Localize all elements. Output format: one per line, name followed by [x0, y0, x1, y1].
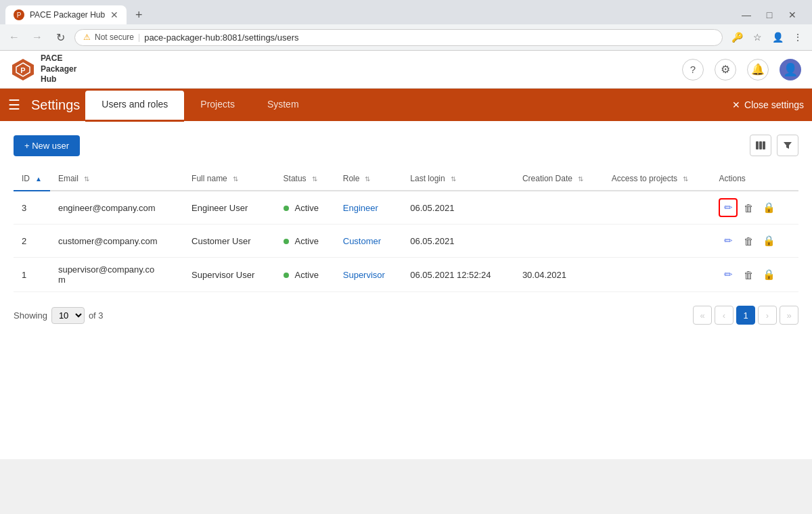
table-body: 3 engineer@company.com Engineer User Act…: [14, 191, 798, 292]
url-text: pace-packager-hub:8081/settings/users: [144, 32, 714, 43]
col-header-last-login[interactable]: Last login ⇅: [402, 167, 514, 191]
showing-info: Showing 10 25 50 of 3: [14, 307, 104, 324]
filter-button[interactable]: [777, 135, 798, 156]
col-header-creation-date[interactable]: Creation Date ⇅: [514, 167, 604, 191]
role-link[interactable]: Customer: [343, 236, 381, 246]
tab-title: PACE Packager Hub: [30, 10, 105, 20]
role-link[interactable]: Engineer: [343, 203, 378, 213]
delete-user-button[interactable]: 🗑: [739, 231, 758, 250]
sort-icon-last-login: ⇅: [451, 175, 456, 183]
back-button[interactable]: ←: [5, 28, 23, 46]
separator: |: [138, 32, 140, 42]
menu-icon[interactable]: ⋮: [789, 28, 807, 46]
lock-user-button[interactable]: 🔒: [759, 265, 778, 284]
help-button[interactable]: ?: [682, 59, 704, 80]
table-row: 3 engineer@company.com Engineer User Act…: [14, 191, 798, 225]
pagination-controls: « ‹ 1 › »: [693, 306, 798, 325]
profile-icon[interactable]: 👤: [769, 28, 786, 46]
forward-button[interactable]: →: [28, 28, 46, 46]
sort-icon-role: ⇅: [365, 175, 370, 183]
svg-rect-4: [759, 141, 762, 149]
new-tab-button[interactable]: +: [129, 5, 148, 24]
page-1-button[interactable]: 1: [736, 306, 755, 325]
close-settings-button[interactable]: ✕ Close settings: [732, 99, 804, 110]
edit-user-button[interactable]: ✏: [719, 198, 738, 217]
app-container: P PACE Packager Hub ? ⚙ 🔔 👤 ☰ Set: [0, 51, 812, 459]
sort-icon-email: ⇅: [84, 175, 89, 183]
status-dot: [284, 239, 289, 244]
maximize-button[interactable]: □: [761, 6, 778, 24]
svg-rect-3: [756, 141, 759, 149]
col-header-role[interactable]: Role ⇅: [335, 167, 403, 191]
settings-nav: ☰ Settings Users and roles Projects Syst…: [0, 89, 812, 121]
actions-cell: ✏ 🗑 🔒: [719, 231, 790, 250]
table-row: 2 customer@company.com Customer User Act…: [14, 225, 798, 258]
app-logo: P PACE Packager Hub: [11, 53, 76, 85]
tab-favicon: P: [14, 9, 24, 20]
lock-user-button[interactable]: 🔒: [759, 231, 778, 250]
users-table: ID ▲ Email ⇅ Full name: [14, 167, 798, 292]
cell-email: customer@company.com: [50, 225, 183, 258]
minimize-button[interactable]: —: [738, 6, 755, 24]
cell-role: Engineer: [335, 191, 403, 225]
cell-access: [604, 191, 711, 225]
col-header-id[interactable]: ID ▲: [14, 167, 50, 191]
last-page-button[interactable]: »: [780, 306, 798, 325]
hamburger-menu-icon[interactable]: ☰: [8, 97, 20, 113]
col-header-status[interactable]: Status ⇅: [275, 167, 335, 191]
tab-projects[interactable]: Projects: [184, 91, 251, 120]
tab-close-button[interactable]: ✕: [110, 9, 118, 20]
cell-creation-date: 30.04.2021: [514, 258, 604, 292]
close-window-button[interactable]: ✕: [784, 6, 801, 24]
delete-user-button[interactable]: 🗑: [739, 265, 758, 284]
edit-user-button[interactable]: ✏: [719, 231, 738, 250]
status-dot: [284, 206, 289, 211]
reload-button[interactable]: ↻: [51, 28, 69, 46]
content-toolbar: + New user: [14, 135, 798, 156]
browser-tab[interactable]: P PACE Packager Hub ✕: [5, 5, 127, 24]
cell-fullname: Supervisor User: [183, 258, 275, 292]
table-header: ID ▲ Email ⇅ Full name: [14, 167, 798, 191]
actions-cell: ✏ 🗑 🔒: [719, 198, 790, 217]
role-link[interactable]: Supervisor: [343, 270, 385, 280]
tab-users-and-roles[interactable]: Users and roles: [85, 91, 184, 122]
notifications-button[interactable]: 🔔: [747, 59, 769, 80]
per-page-select[interactable]: 10 25 50: [51, 307, 85, 324]
pagination-row: Showing 10 25 50 of 3 « ‹ 1 › »: [14, 306, 798, 325]
next-page-button[interactable]: ›: [758, 306, 777, 325]
sort-icon-fullname: ⇅: [233, 175, 238, 183]
prev-page-button[interactable]: ‹: [715, 306, 734, 325]
logo-text: PACE Packager Hub: [41, 53, 76, 85]
new-user-button[interactable]: + New user: [14, 135, 80, 156]
not-secure-label: Not secure: [95, 32, 134, 42]
user-avatar[interactable]: 👤: [780, 59, 801, 80]
edit-user-button[interactable]: ✏: [719, 265, 738, 284]
columns-toggle-button[interactable]: [750, 135, 771, 156]
cell-id: 3: [14, 191, 50, 225]
lock-user-button[interactable]: 🔒: [759, 198, 778, 217]
sort-icon-id: ▲: [35, 175, 42, 183]
cell-actions: ✏ 🗑 🔒: [710, 258, 798, 292]
cell-access: [604, 258, 711, 292]
cell-email: engineer@company.com: [50, 191, 183, 225]
first-page-button[interactable]: «: [693, 306, 712, 325]
bookmark-star-icon[interactable]: ☆: [748, 28, 766, 46]
svg-text:P: P: [20, 66, 25, 74]
col-header-actions: Actions: [710, 167, 798, 191]
close-icon: ✕: [732, 99, 740, 110]
delete-user-button[interactable]: 🗑: [739, 198, 758, 217]
address-bar[interactable]: ⚠ Not secure | pace-packager-hub:8081/se…: [74, 29, 723, 46]
key-icon[interactable]: 🔑: [728, 28, 746, 46]
logo-svg: P: [11, 57, 35, 82]
cell-status: Active: [275, 258, 335, 292]
tab-system[interactable]: System: [251, 91, 315, 120]
cell-status: Active: [275, 191, 335, 225]
col-header-access-to-projects[interactable]: Access to projects ⇅: [604, 167, 711, 191]
col-header-email[interactable]: Email ⇅: [50, 167, 183, 191]
actions-cell: ✏ 🗑 🔒: [719, 265, 790, 284]
col-header-fullname[interactable]: Full name ⇅: [183, 167, 275, 191]
header-actions: ? ⚙ 🔔 👤: [682, 59, 801, 80]
browser-titlebar: P PACE Packager Hub ✕ + — □ ✕: [0, 0, 812, 24]
table-view-actions: [750, 135, 798, 156]
settings-gear-button[interactable]: ⚙: [715, 59, 736, 80]
